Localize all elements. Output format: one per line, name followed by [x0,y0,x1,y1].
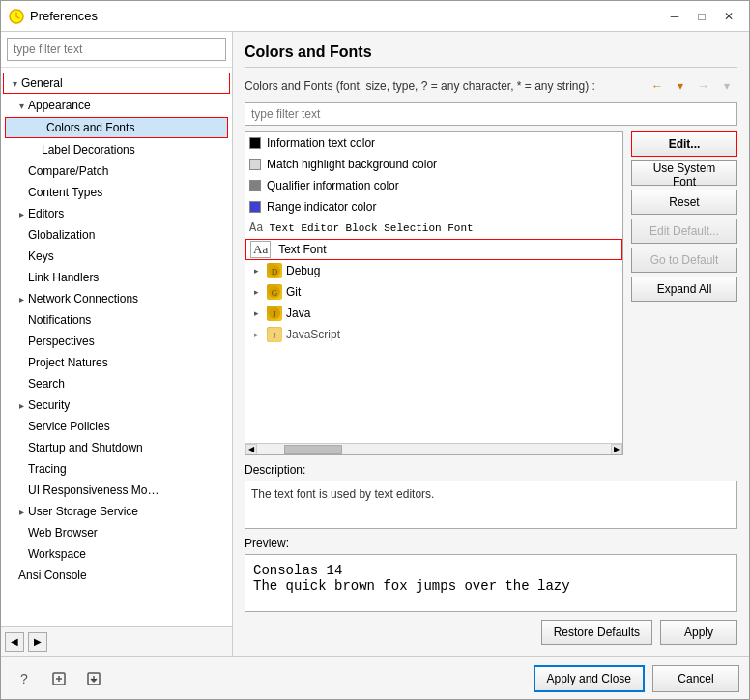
use-system-font-button[interactable]: Use System Font [631,160,737,186]
sidebar-item-link-handlers[interactable]: Link Handlers [1,267,232,288]
sidebar-item-keys[interactable]: Keys [1,246,232,267]
apply-button[interactable]: Apply [660,620,737,645]
sidebar-item-project-natures[interactable]: Project Natures [1,352,232,373]
hscroll-thumb[interactable] [284,445,342,454]
sidebar-item-colors-fonts[interactable]: Colors and Fonts [5,117,228,138]
import-button[interactable] [80,665,107,692]
expand-all-button[interactable]: Expand All [631,277,737,302]
hscroll-bar[interactable]: ◀ ▶ [245,443,622,454]
list-item-text-font[interactable]: Aa Text Font [245,239,622,260]
sidebar-item-security[interactable]: Security [1,394,232,416]
edit-button[interactable]: Edit... [631,131,737,157]
label-java: Java [286,306,310,320]
sidebar-item-ansi-console[interactable]: Ansi Console [1,565,232,586]
sidebar-item-network-connections[interactable]: Network Connections [1,288,232,309]
label-notifications: Notifications [28,313,91,327]
help-button[interactable]: ? [11,665,38,692]
sidebar-item-ui-responsiveness[interactable]: UI Responsiveness Mo… [1,480,232,501]
cat-icon-debug: D [267,263,282,278]
minimize-button[interactable]: ─ [662,6,687,27]
edit-default-button[interactable]: Edit Default... [631,219,737,244]
close-button[interactable]: ✕ [716,6,741,27]
sidebar-item-workspace[interactable]: Workspace [1,543,232,565]
sidebar-item-perspectives[interactable]: Perspectives [1,331,232,352]
sidebar-item-notifications[interactable]: Notifications [1,309,232,331]
apply-close-button[interactable]: Apply and Close [534,665,645,692]
sidebar-item-search[interactable]: Search [1,373,232,394]
list-item-debug[interactable]: D Debug [245,260,622,281]
label-ui: UI Responsiveness Mo… [28,483,159,497]
aa-icon-block: Aa [249,221,263,235]
sidebar-item-startup-shutdown[interactable]: Startup and Shutdown [1,437,232,458]
maximize-button[interactable]: □ [689,6,714,27]
label-keys: Keys [28,249,54,263]
arrow-network [14,292,28,306]
scroll-left-button[interactable]: ◀ [5,632,24,652]
scroll-right-button[interactable]: ▶ [28,632,47,652]
sidebar-item-web-browser[interactable]: Web Browser [1,522,232,543]
hscroll-left-arrow[interactable]: ◀ [245,444,257,455]
main-content: General Appearance Colors and Fonts Labe… [1,32,749,656]
arrow-editors [14,207,28,220]
label-ansi: Ansi Console [18,569,87,582]
label-appearance: Appearance [28,99,91,112]
nav-forward-button[interactable]: → [693,75,714,97]
window-controls: ─ □ ✕ [662,6,741,27]
preview-box: Consolas 14 The quick brown fox jumps ov… [245,554,737,612]
nav-dropdown-button[interactable]: ▾ [670,75,691,97]
go-to-default-button[interactable]: Go to Default [631,248,737,273]
reset-button[interactable]: Reset [631,190,737,215]
label-workspace: Workspace [28,547,86,561]
label-project-natures: Project Natures [28,356,108,369]
cat-icon-java: J [267,306,282,321]
nav-forward-dropdown-button[interactable]: ▾ [716,75,737,97]
list-item-range-indicator[interactable]: Range indicator color [245,196,622,218]
label-content-types: Content Types [28,186,102,199]
sidebar-item-service-policies[interactable]: Service Policies [1,416,232,437]
cancel-button[interactable]: Cancel [652,665,739,692]
footer-right: Apply and Close Cancel [534,665,739,692]
arrow-java [249,306,263,320]
sidebar-item-user-storage[interactable]: User Storage Service [1,501,232,522]
left-search-input[interactable] [7,38,226,61]
aa-icon-text-font: Aa [250,241,271,258]
sidebar-item-appearance[interactable]: Appearance [1,95,232,116]
label-link-handlers: Link Handlers [28,271,99,284]
list-item-info-text[interactable]: Information text color [245,132,622,154]
label-git: Git [286,285,301,299]
label-general: General [21,76,63,90]
right-filter-input[interactable] [245,102,737,126]
sidebar-item-label-decorations[interactable]: Label Decorations [1,139,232,160]
sidebar-item-editors[interactable]: Editors [1,203,232,224]
cat-icon-git: G [267,284,282,300]
title-bar: Preferences ─ □ ✕ [1,1,749,32]
sidebar-item-compare-patch[interactable]: Compare/Patch [1,160,232,182]
sidebar-item-general[interactable]: General [3,73,230,94]
arrow-security [14,398,28,412]
list-item-java[interactable]: J Java [245,303,622,324]
swatch-range [249,201,261,213]
list-item-git[interactable]: G Git [245,281,622,303]
list-item-qualifier-info[interactable]: Qualifier information color [245,175,622,196]
list-item-javascript[interactable]: J JavaScript [245,324,622,345]
tree-area[interactable]: General Appearance Colors and Fonts Labe… [1,68,232,626]
right-action-buttons: Edit... Use System Font Reset Edit Defau… [631,131,737,455]
label-user-storage: User Storage Service [28,505,138,518]
label-colors-fonts: Colors and Fonts [46,121,134,134]
font-list[interactable]: Information text color Match highlight b… [245,132,622,443]
restore-defaults-button[interactable]: Restore Defaults [541,620,652,645]
svg-text:J: J [273,331,276,340]
export-button[interactable] [45,665,72,692]
sidebar-item-tracing[interactable]: Tracing [1,458,232,480]
list-item-block-selection[interactable]: Aa Text Editor Block Selection Font [245,218,622,239]
hscroll-right-arrow[interactable]: ▶ [611,444,622,455]
label-tracing: Tracing [28,462,67,476]
list-item-match-highlight[interactable]: Match highlight background color [245,154,622,175]
search-box [1,32,232,68]
sidebar-item-content-types[interactable]: Content Types [1,182,232,203]
nav-back-button[interactable]: ← [647,75,668,97]
label-qualifier: Qualifier information color [267,179,399,192]
label-match-highlight: Match highlight background color [267,158,437,171]
swatch-match-highlight [249,159,261,170]
sidebar-item-globalization[interactable]: Globalization [1,224,232,246]
